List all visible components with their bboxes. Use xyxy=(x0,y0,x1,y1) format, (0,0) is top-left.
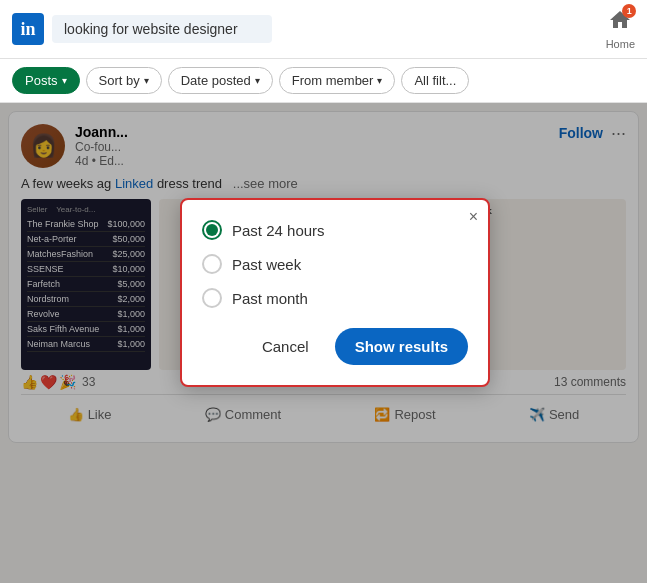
radio-circle-pastmonth xyxy=(202,288,222,308)
chevron-down-icon: ▾ xyxy=(377,75,382,86)
header: in 1 Home xyxy=(0,0,647,59)
radio-group: Past 24 hours Past week Past month xyxy=(202,220,468,308)
filter-bar: Posts ▾ Sort by ▾ Date posted ▾ From mem… xyxy=(0,59,647,103)
home-nav[interactable]: 1 Home xyxy=(606,8,635,50)
date-filter-modal: × Past 24 hours Past week Past month xyxy=(180,198,490,387)
all-filters-button[interactable]: All filt... xyxy=(401,67,469,94)
radio-label-pastmonth: Past month xyxy=(232,290,308,307)
show-results-button[interactable]: Show results xyxy=(335,328,468,365)
radio-past-month[interactable]: Past month xyxy=(202,288,468,308)
sort-by-button[interactable]: Sort by ▾ xyxy=(86,67,162,94)
radio-circle-past24 xyxy=(202,220,222,240)
home-badge: 1 xyxy=(622,4,636,18)
from-member-button[interactable]: From member ▾ xyxy=(279,67,396,94)
main-content: 👩 Joann... Co-fou... 4d • Ed... Follow ·… xyxy=(0,103,647,583)
date-posted-button[interactable]: Date posted ▾ xyxy=(168,67,273,94)
chevron-down-icon: ▾ xyxy=(255,75,260,86)
cancel-button[interactable]: Cancel xyxy=(246,330,325,363)
radio-label-past24: Past 24 hours xyxy=(232,222,325,239)
modal-footer: Cancel Show results xyxy=(202,328,468,365)
search-input[interactable] xyxy=(52,15,272,43)
radio-past-week[interactable]: Past week xyxy=(202,254,468,274)
posts-filter-button[interactable]: Posts ▾ xyxy=(12,67,80,94)
radio-inner-past24 xyxy=(206,224,218,236)
home-label: Home xyxy=(606,38,635,50)
home-icon-container: 1 xyxy=(608,8,632,36)
chevron-down-icon: ▾ xyxy=(144,75,149,86)
linkedin-logo: in xyxy=(12,13,44,45)
close-modal-button[interactable]: × xyxy=(469,208,478,226)
chevron-down-icon: ▾ xyxy=(62,75,67,86)
radio-label-pastweek: Past week xyxy=(232,256,301,273)
radio-past-24-hours[interactable]: Past 24 hours xyxy=(202,220,468,240)
radio-circle-pastweek xyxy=(202,254,222,274)
